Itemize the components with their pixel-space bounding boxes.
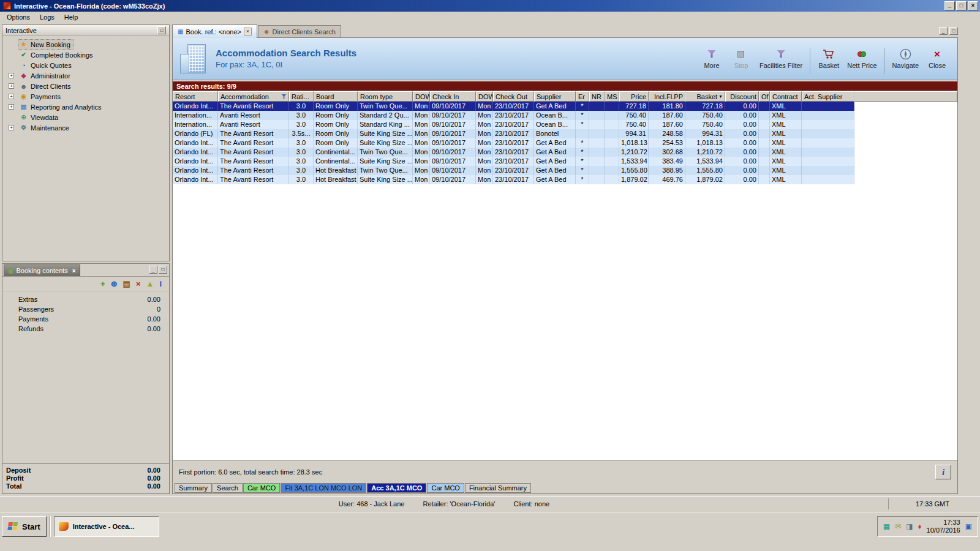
basket-button[interactable]: Basket	[815, 48, 843, 69]
column-header-incl-fl-pp[interactable]: Incl.Fl.PP	[649, 91, 685, 102]
column-header-supplier[interactable]: Supplier	[534, 91, 576, 102]
column-header-act-supplier[interactable]: Act. Supplier	[802, 91, 854, 102]
results-count-bar: Search results: 9/9	[173, 81, 957, 91]
result-row[interactable]: Orlando Int...The Avanti Resort3.0Contin…	[173, 157, 854, 166]
column-header-rating[interactable]: Rati...	[289, 91, 314, 102]
window-minimize-button[interactable]: _	[944, 1, 955, 10]
menu-item-options[interactable]: Options	[2, 12, 35, 22]
column-header-dow-in[interactable]: DOW	[413, 91, 430, 102]
delete-button[interactable]: ×	[136, 280, 141, 288]
bottom-tab-acc-3a-1c-mco[interactable]: Acc 3A,1C MCO	[367, 483, 426, 493]
taskbar-task-button[interactable]: Interactive - Ocea...	[54, 516, 159, 537]
column-header-board[interactable]: Board	[314, 91, 358, 102]
tab-book-ref-none[interactable]: ▦Book. ref.: <none>×	[172, 24, 257, 38]
bottom-tab-financial-summary[interactable]: Financial Summary	[465, 483, 531, 493]
start-button[interactable]: Start	[2, 516, 47, 537]
bottom-tab-car-mco[interactable]: Car MCO	[427, 483, 464, 493]
column-header-basket[interactable]: Basket▼	[685, 91, 725, 102]
column-header-nr[interactable]: NR	[589, 91, 605, 102]
result-row[interactable]: Orlando Int...The Avanti Resort3.0Room O…	[173, 102, 854, 111]
more-button[interactable]: More	[698, 48, 726, 69]
nett-price-button[interactable]: Nett Price	[844, 48, 880, 69]
clock-time: 17:33	[943, 519, 960, 526]
tab-close-icon[interactable]: ×	[244, 28, 252, 36]
booking-content-row[interactable]: Extras0.00	[2, 296, 169, 305]
expand-icon[interactable]: +	[9, 125, 14, 130]
info-button[interactable]: i	[935, 465, 951, 479]
navigate-button[interactable]: Navigate	[889, 48, 922, 69]
document-maximize-button[interactable]: □	[949, 27, 958, 35]
menu-item-logs[interactable]: Logs	[35, 12, 59, 22]
add-button[interactable]: +	[100, 280, 105, 288]
tray-icon-display[interactable]: ◨	[906, 523, 913, 530]
sidebar-item-quick-quotes[interactable]: ◔Quick Quotes	[2, 60, 169, 70]
window-close-button[interactable]: ×	[968, 1, 978, 10]
column-header-discount[interactable]: Discount	[725, 91, 759, 102]
payments-icon: ◉	[19, 92, 28, 100]
sidebar-item-payments[interactable]: +◉Payments	[2, 91, 169, 102]
promote-button[interactable]: ▲	[146, 280, 154, 288]
globe-button[interactable]: ⊕	[111, 280, 118, 288]
column-header-er[interactable]: Er	[576, 91, 589, 102]
tray-icon-chart[interactable]: ▦	[883, 523, 890, 530]
tab-label: Direct Clients Search	[273, 28, 336, 36]
booking-contents-tab[interactable]: ▣ Booking contents ×	[4, 264, 80, 276]
bottom-tab-search[interactable]: Search	[213, 483, 243, 493]
tray-icon-language[interactable]: ▣	[965, 523, 972, 530]
tray-icon-mail[interactable]: ✉	[895, 523, 901, 530]
booking-panel-maximize-button[interactable]: □	[159, 266, 167, 274]
menu-item-help[interactable]: Help	[59, 12, 83, 22]
column-header-check-out[interactable]: Check Out	[493, 91, 534, 102]
column-header-ms[interactable]: MS	[605, 91, 619, 102]
booking-contents-close-icon[interactable]: ×	[72, 268, 76, 274]
bottom-tab-summary[interactable]: Summary	[175, 483, 212, 493]
column-header-contract[interactable]: Contract	[770, 91, 802, 102]
booking-content-row[interactable]: Refunds0.00	[2, 325, 169, 335]
expand-icon[interactable]: +	[9, 104, 14, 110]
bottom-tab-flt-3a-1c-lon-mco-lon[interactable]: Flt 3A,1C LON MCO LON	[281, 483, 366, 493]
booking-row-value: 0.00	[148, 325, 160, 335]
result-row[interactable]: Orlando Int...The Avanti Resort3.0Contin…	[173, 148, 854, 157]
cell-incl-fl-pp: 254.53	[649, 138, 685, 148]
tab-direct-clients-search[interactable]: ☻Direct Clients Search	[258, 25, 341, 37]
nett-price-icon	[858, 48, 866, 60]
result-row[interactable]: Orlando Int...The Avanti Resort3.0Hot Br…	[173, 166, 854, 175]
sidebar-item-direct-clients[interactable]: +☻Direct Clients	[2, 81, 169, 91]
column-header-price[interactable]: Price	[619, 91, 649, 102]
sidebar-item-viewdata[interactable]: ⊕Viewdata	[2, 112, 169, 122]
expand-icon[interactable]: +	[9, 94, 14, 99]
sidebar-item-maintenance[interactable]: +☸Maintenance	[2, 122, 169, 133]
bottom-tab-car-mco[interactable]: Car MCO	[243, 483, 280, 493]
booking-content-row[interactable]: Payments0.00	[2, 315, 169, 325]
tray-icon-alert[interactable]: ♦	[918, 523, 921, 530]
booking-content-row[interactable]: Passengers0	[2, 305, 169, 315]
column-header-room-type[interactable]: Room type	[358, 91, 413, 102]
result-row[interactable]: Orlando (FL)The Avanti Resort3.5s...Room…	[173, 129, 854, 138]
close-button[interactable]: ×Close	[923, 48, 951, 69]
column-header-of[interactable]: Of	[759, 91, 770, 102]
result-row[interactable]: Internation...Avanti Resort3.0Room OnlyS…	[173, 111, 854, 120]
filter-icon[interactable]	[281, 94, 287, 99]
column-header-resort[interactable]: Resort	[173, 91, 218, 102]
column-header-accommodation[interactable]: Accommodation	[218, 91, 289, 102]
sidebar-item-administrator[interactable]: +◆Administrator	[2, 70, 169, 81]
sidebar-item-reporting-and-analytics[interactable]: +▦Reporting and Analytics	[2, 102, 169, 112]
booking-panel-minimize-button[interactable]: _	[149, 266, 157, 274]
expand-icon[interactable]: +	[9, 73, 14, 78]
result-row[interactable]: Orlando Int...The Avanti Resort3.0Hot Br…	[173, 175, 854, 184]
expand-icon[interactable]: +	[9, 83, 14, 89]
info-button[interactable]: i	[159, 280, 162, 288]
facilities-filter-button[interactable]: Facilities Filter	[756, 48, 805, 69]
nav-panel-minimize-button[interactable]: □	[157, 26, 166, 34]
cell-contract: XML	[770, 138, 802, 148]
sidebar-item-completed-bookings[interactable]: ✔Completed Bookings	[2, 50, 169, 60]
document-minimize-button[interactable]: _	[939, 27, 948, 35]
sidebar-item-new-booking[interactable]: ★New Booking	[2, 39, 169, 50]
result-row[interactable]: Orlando Int...The Avanti Resort3.0Room O…	[173, 138, 854, 148]
result-row[interactable]: Internation...Avanti Resort3.0Room OnlyS…	[173, 120, 854, 129]
column-header-dow-out[interactable]: DOW	[476, 91, 493, 102]
basket-button[interactable]: ▤	[123, 280, 130, 288]
cell-dow-in: Mon	[413, 166, 430, 175]
column-header-check-in[interactable]: Check In	[430, 91, 476, 102]
window-maximize-button[interactable]: □	[956, 1, 967, 10]
